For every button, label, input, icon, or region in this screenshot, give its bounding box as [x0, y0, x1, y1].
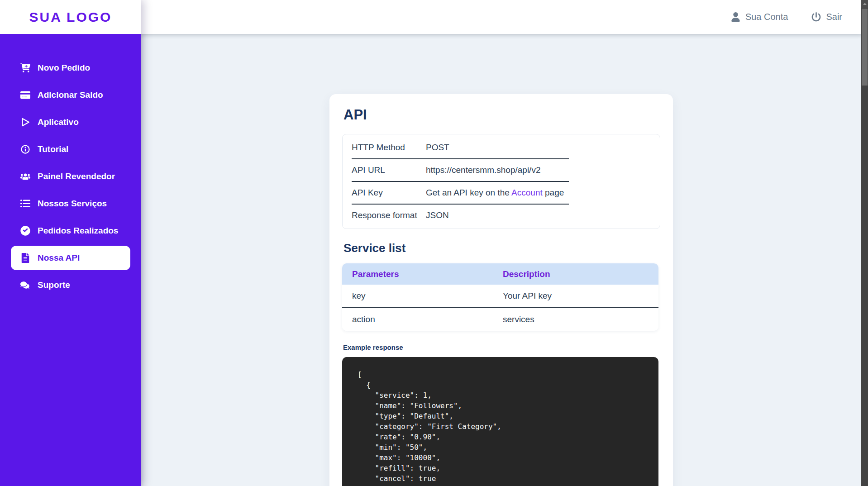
code-line: "category": "First Category", [358, 421, 643, 432]
table-row: HTTP Method POST [352, 137, 569, 159]
api-info-box: HTTP Method POST API URL https://centers… [342, 134, 660, 229]
list-icon [20, 198, 31, 209]
logout-label: Sair [826, 12, 842, 22]
file-icon [20, 253, 31, 263]
code-line: "type": "Default", [358, 411, 643, 421]
account-label: Sua Conta [745, 12, 788, 22]
sidebar-item-label: Painel Revendedor [38, 172, 115, 181]
sidebar-item-adicionar-saldo[interactable]: Adicionar Saldo [0, 81, 141, 109]
users-icon [20, 171, 31, 182]
table-row: Response format JSON [352, 204, 569, 226]
account-button[interactable]: Sua Conta [731, 12, 788, 22]
main-content: API HTTP Method POST API URL https://cen… [141, 34, 861, 486]
logout-button[interactable]: Sair [811, 12, 842, 22]
sidebar-item-label: Aplicativo [38, 117, 79, 127]
info-label: API Key [352, 181, 426, 204]
sidebar: SUA LOGO Novo Pedido Adicionar Saldo Apl… [0, 0, 141, 486]
check-circle-icon [20, 225, 31, 236]
logo[interactable]: SUA LOGO [0, 0, 141, 34]
sidebar-item-suporte[interactable]: Suporte [0, 272, 141, 299]
comments-icon [20, 280, 31, 291]
table-row: action services [342, 308, 658, 331]
info-value: POST [426, 137, 569, 159]
parameter-cell: action [342, 314, 503, 324]
scroll-up-arrow-icon [863, 3, 867, 5]
parameter-cell: key [342, 291, 503, 301]
sidebar-item-nossa-api[interactable]: Nossa API [11, 246, 130, 270]
sidebar-item-nossos-servicos[interactable]: Nossos Serviços [0, 190, 141, 217]
sidebar-item-label: Adicionar Saldo [38, 90, 103, 100]
sidebar-item-label: Pedidos Realizados [38, 226, 118, 236]
code-line: }, [358, 484, 643, 486]
sidebar-item-tutorial[interactable]: Tutorial [0, 136, 141, 163]
example-response-code: [ { "service": 1, "name": "Followers", "… [342, 357, 658, 486]
info-label: HTTP Method [352, 137, 426, 159]
info-label: API URL [352, 159, 426, 181]
table-row: API Key Get an API key on the Account pa… [352, 181, 569, 204]
sidebar-item-pedidos-realizados[interactable]: Pedidos Realizados [0, 217, 141, 244]
code-line: "min": "50", [358, 442, 643, 453]
credit-card-icon [20, 90, 31, 100]
scroll-up-button[interactable] [861, 0, 868, 8]
topbar: Sua Conta Sair [141, 0, 861, 34]
code-line: "name": "Followers", [358, 400, 643, 411]
info-circle-icon [20, 144, 31, 155]
play-icon [20, 117, 31, 128]
cart-plus-icon [20, 62, 31, 73]
power-icon [811, 12, 821, 22]
info-value-prefix: Get an API key on the [426, 188, 511, 197]
table-header-row: Parameters Description [342, 263, 658, 285]
service-list-table: Parameters Description key Your API key … [342, 263, 658, 331]
example-response-label: Example response [343, 343, 660, 351]
info-value: JSON [426, 204, 569, 226]
page-title: API [343, 107, 660, 123]
table-row: API URL https://centersmm.shop/api/v2 [352, 159, 569, 181]
code-line: "service": 1, [358, 390, 643, 400]
sidebar-item-novo-pedido[interactable]: Novo Pedido [0, 54, 141, 81]
sidebar-item-label: Suporte [38, 280, 70, 290]
sidebar-item-aplicativo[interactable]: Aplicativo [0, 109, 141, 136]
code-line: "cancel": true [358, 473, 643, 484]
sidebar-item-label: Nossa API [38, 253, 80, 263]
sidebar-item-label: Tutorial [38, 144, 68, 154]
user-icon [731, 12, 740, 22]
code-line: "refill": true, [358, 463, 643, 473]
code-line: { [358, 380, 643, 390]
api-card: API HTTP Method POST API URL https://cen… [329, 94, 673, 486]
sidebar-nav: Novo Pedido Adicionar Saldo Aplicativo T… [0, 34, 141, 299]
table-row: key Your API key [342, 285, 658, 308]
account-link[interactable]: Account [511, 188, 543, 197]
app-root: SUA LOGO Novo Pedido Adicionar Saldo Apl… [0, 0, 868, 486]
sidebar-item-painel-revendedor[interactable]: Painel Revendedor [0, 163, 141, 190]
page-scrollbar[interactable] [861, 0, 868, 486]
code-line: "max": "10000", [358, 453, 643, 463]
description-cell: Your API key [503, 291, 658, 301]
sidebar-item-label: Novo Pedido [38, 63, 90, 73]
code-line: [ [358, 369, 643, 380]
service-list-title: Service list [343, 241, 660, 255]
info-value: https://centersmm.shop/api/v2 [426, 159, 569, 181]
scrollbar-thumb[interactable] [862, 9, 868, 86]
column-header-parameters: Parameters [342, 269, 503, 279]
description-cell: services [503, 314, 658, 324]
info-label: Response format [352, 204, 426, 226]
logo-text: SUA LOGO [29, 10, 112, 25]
code-line: "rate": "0.90", [358, 432, 643, 442]
info-value: Get an API key on the Account page [426, 181, 569, 204]
info-value-suffix: page [543, 188, 564, 197]
column-header-description: Description [503, 269, 658, 279]
api-info-table: HTTP Method POST API URL https://centers… [352, 137, 569, 226]
sidebar-item-label: Nossos Serviços [38, 199, 107, 209]
